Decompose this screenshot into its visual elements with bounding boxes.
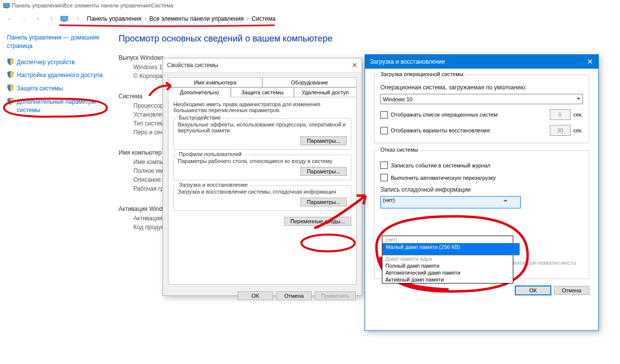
dialog1-title: Свойства системы — [167, 62, 218, 69]
sidebar-system-protection[interactable]: Защита системы — [17, 84, 63, 93]
system-icon — [3, 2, 10, 9]
dump-option-full[interactable]: Полный дамп памяти — [382, 262, 513, 269]
dialog1-close-button[interactable]: ✕ — [352, 61, 358, 69]
log-event-label: Записать событие в системный журнал — [391, 162, 491, 168]
dump-option-auto[interactable]: Автоматический дамп памяти — [382, 269, 513, 276]
location-icon — [60, 15, 69, 22]
tab-advanced[interactable]: Дополнительно — [168, 87, 231, 97]
forward-button[interactable]: → — [19, 14, 29, 24]
svg-rect-0 — [3, 3, 9, 7]
dialog-system-properties: Свойства системы ✕ Имя компьютера Оборуд… — [163, 58, 362, 296]
group-performance-desc: Визуальные эффекты, использование процес… — [178, 121, 347, 133]
show-recovery-checkbox[interactable] — [380, 127, 388, 134]
profiles-settings-button[interactable]: Параметры... — [300, 167, 347, 176]
dump-type-select[interactable]: (нет) — [380, 196, 521, 208]
sidebar-device-manager[interactable]: Диспетчер устройств — [17, 58, 75, 67]
dialog1-cancel-button[interactable]: Отмена — [276, 291, 312, 300]
dialog2-cancel-button[interactable]: Отмена — [554, 286, 589, 295]
breadcrumb: Панель управления› Все элементы панели у… — [87, 15, 276, 22]
env-vars-button[interactable]: Переменные среды... — [284, 217, 351, 226]
tab-computer-name[interactable]: Имя компьютера — [168, 78, 262, 87]
sidebar: Панель управления — домашняя страница Ди… — [0, 27, 116, 232]
svg-rect-3 — [63, 21, 66, 22]
breadcrumb-cp[interactable]: Панель управления — [87, 15, 141, 22]
recovery-seconds — [550, 125, 571, 136]
dialog2-close-button[interactable]: ✕ — [587, 57, 593, 66]
auto-restart-checkbox[interactable] — [380, 174, 388, 181]
sidebar-remote-settings[interactable]: Настройка удаленного доступа — [17, 71, 103, 80]
tab-system-protection[interactable]: Защита системы — [231, 87, 293, 97]
window-titlebar: Панель управления\Все элементы панели уп… — [0, 0, 620, 11]
group-profiles-desc: Параметры рабочего стола, относящиеся ко… — [178, 158, 347, 164]
location-arrow-icon: › — [73, 14, 83, 24]
group-profiles-title: Профили пользователей — [177, 151, 244, 157]
dump-type-dropdown-list: (нет) Малый дамп памяти (256 КВ) Дамп па… — [382, 236, 513, 283]
dump-option-active[interactable]: Активный дамп памяти — [382, 276, 513, 283]
group-startup-desc: Загрузка и восстановление системы, отлад… — [178, 189, 347, 195]
window-title: Панель управления\Все элементы панели уп… — [12, 2, 173, 8]
sidebar-advanced-settings[interactable]: Дополнительные параметры системы — [17, 98, 111, 115]
nav-bar: ← → ▾ ↑ › Панель управления› Все элемент… — [0, 11, 620, 27]
page-heading: Просмотр основных сведений о вашем компь… — [119, 34, 332, 44]
group-performance-title: Быстродействие — [177, 115, 223, 121]
shield-icon — [7, 84, 14, 91]
tab-hardware[interactable]: Оборудование — [262, 78, 357, 87]
breadcrumb-all[interactable]: Все элементы панели управления — [149, 15, 244, 22]
sec-label-1: сек. — [574, 112, 583, 118]
performance-settings-button[interactable]: Параметры... — [300, 136, 347, 145]
shield-icon — [7, 98, 14, 105]
show-recovery-label: Отображать варианты восстановления: — [391, 127, 547, 133]
dump-option-none[interactable]: (нет) — [382, 236, 513, 243]
show-os-list-checkbox[interactable] — [380, 111, 388, 119]
default-os-select[interactable]: Windows 10 — [380, 94, 583, 104]
dump-option-small[interactable]: Малый дамп памяти (256 КВ) — [382, 243, 520, 255]
sidebar-home-link[interactable]: Панель управления — домашняя страница — [7, 34, 111, 50]
os-list-seconds — [550, 109, 571, 120]
startup-settings-button[interactable]: Параметры... — [300, 198, 347, 206]
dialog2-title: Загрузка и восстановление — [370, 58, 445, 65]
breadcrumb-system[interactable]: Система — [251, 15, 275, 22]
sec-label-2: сек. — [574, 127, 583, 133]
back-button[interactable]: ← — [5, 14, 15, 24]
dump-info-label: Запись отладочной информации — [380, 186, 583, 193]
up-button[interactable]: ↑ — [46, 14, 56, 24]
group-system-failure-title: Отказ системы — [378, 147, 420, 153]
dialog1-apply-button: Применить — [315, 291, 356, 300]
default-os-label: Операционная система, загружаемая по умо… — [380, 84, 583, 91]
auto-restart-label: Выполнить автоматическую перезагрузку — [391, 175, 496, 181]
recent-dropdown[interactable]: ▾ — [33, 14, 42, 24]
dialog1-ok-button[interactable]: OK — [238, 291, 273, 300]
dialog2-ok-button[interactable]: ОК — [515, 286, 551, 295]
log-event-checkbox[interactable] — [380, 162, 388, 169]
group-startup-title: Загрузка и восстановление — [177, 182, 249, 188]
dump-option-kernel[interactable]: Дамп памяти ядра — [382, 255, 513, 262]
tab-remote[interactable]: Удаленный доступ — [294, 87, 357, 97]
admin-note: Необходимо иметь права администратора дл… — [173, 101, 351, 113]
dialog-startup-recovery: Загрузка и восстановление ✕ Загрузка опе… — [365, 54, 599, 331]
shield-icon — [7, 71, 14, 78]
group-os-boot-title: Загрузка операционной системы — [378, 71, 465, 77]
svg-rect-2 — [61, 16, 68, 21]
svg-rect-1 — [5, 7, 8, 8]
shield-icon — [7, 58, 14, 65]
show-os-list-label: Отображать список операционных систем: — [391, 112, 547, 118]
